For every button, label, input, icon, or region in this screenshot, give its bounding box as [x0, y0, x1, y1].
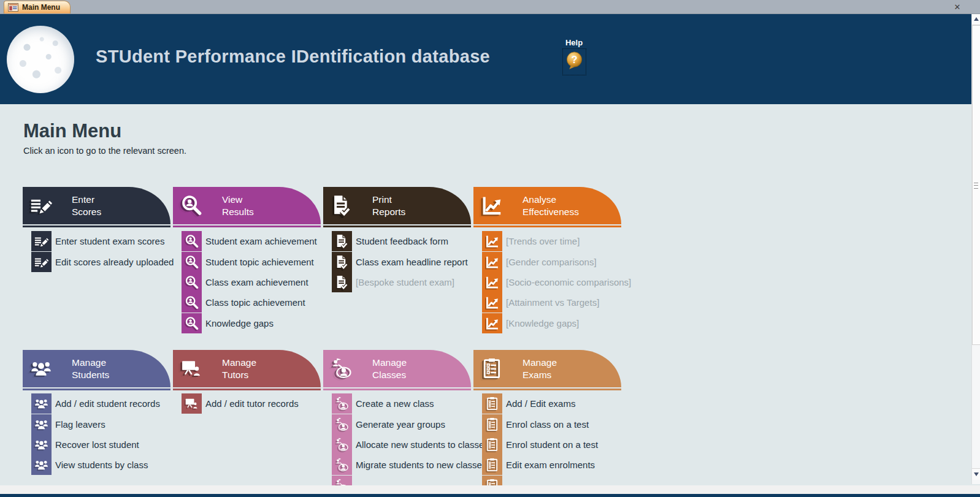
- menu-item[interactable]: View students by class: [31, 455, 160, 475]
- menu-item-label: Edit exam enrolments: [506, 460, 595, 470]
- class-hierarchy-icon: [332, 393, 352, 414]
- menu-item[interactable]: Add / Edit exams: [482, 393, 598, 414]
- app-header: STUdent Performance IDentification datab…: [0, 13, 971, 104]
- class-hierarchy-icon: [330, 357, 353, 380]
- menu-item[interactable]: Create a new class: [332, 393, 489, 414]
- group-title-line: Enter: [72, 194, 94, 204]
- menu-item[interactable]: Student topic achievement: [182, 251, 317, 271]
- help-question-icon[interactable]: ?: [565, 51, 584, 73]
- group-underline: [23, 389, 170, 390]
- group-title-line: Students: [72, 370, 109, 380]
- menu-item[interactable]: Migrate students to new classes: [332, 455, 489, 475]
- group-underline: [473, 389, 621, 390]
- menu-item[interactable]: [Socio-economic comparisons]: [482, 272, 631, 292]
- menu-item-label: Add / edit student records: [55, 398, 160, 409]
- menu-item-label: Edit scores already uploaded: [55, 257, 174, 267]
- menu-item-label: [Gender comparisons]: [506, 257, 597, 267]
- group-title: Analyse Effectiveness: [523, 193, 579, 218]
- people-group-icon: [31, 414, 52, 434]
- document-check-icon: [332, 252, 352, 272]
- document-edit-icon: [31, 231, 52, 251]
- logo-image: [7, 26, 74, 93]
- group-title: Enter Scores: [72, 193, 101, 218]
- menu-item-label: View students by class: [55, 460, 148, 470]
- menu-item-label: Enrol student on a test: [506, 439, 598, 450]
- menu-item[interactable]: Generate year groups: [332, 414, 489, 434]
- triangle-up-icon: [974, 17, 979, 21]
- class-hierarchy-icon: [332, 414, 352, 434]
- group-header-manage-exams[interactable]: Manage Exams: [473, 350, 621, 387]
- menu-item[interactable]: Enter student exam scores: [31, 231, 174, 251]
- menu-item[interactable]: Flag leavers: [31, 414, 160, 434]
- line-chart-icon: [482, 292, 502, 313]
- menu-item-label: Class topic achievement: [205, 297, 305, 308]
- menu-item[interactable]: Class exam achievement: [182, 272, 317, 292]
- menu-item[interactable]: Recover lost student: [31, 434, 160, 455]
- menu-item[interactable]: [Knowledge gaps]: [482, 313, 631, 333]
- group-title: Manage Students: [72, 356, 109, 381]
- menu-item[interactable]: Student feedback form: [332, 231, 468, 251]
- line-chart-icon: [482, 231, 502, 251]
- group-header-manage-tutors[interactable]: Manage Tutors: [173, 350, 321, 387]
- scrollbar-thumb[interactable]: [972, 25, 980, 345]
- group-header-view-results[interactable]: View Results: [173, 187, 321, 224]
- vertical-scrollbar[interactable]: [971, 13, 980, 484]
- group-title-line: Manage: [72, 357, 106, 367]
- menu-item-label: [Attainment vs Targets]: [506, 297, 599, 308]
- group-header-manage-classes[interactable]: Manage Classes: [323, 350, 471, 387]
- menu-item-label: Student exam achievement: [205, 236, 317, 246]
- menu-item[interactable]: Add / edit student records: [31, 393, 160, 414]
- menu-item[interactable]: [Bespoke student exam]: [332, 272, 468, 292]
- menu-item-label: Add / Edit exams: [506, 398, 575, 409]
- menu-item[interactable]: Edit exam enrolments: [482, 455, 598, 475]
- menu-item[interactable]: Class exam headline report: [332, 251, 468, 271]
- menu-item-label: Student feedback form: [356, 236, 448, 246]
- line-chart-icon: [480, 194, 503, 217]
- group-header-analyse-effectiveness[interactable]: Analyse Effectiveness: [473, 187, 621, 224]
- menu-item[interactable]: [Gender comparisons]: [482, 251, 631, 271]
- people-group-icon: [31, 434, 52, 455]
- menu-item-label: Enter student exam scores: [55, 236, 164, 246]
- tab-label: Main Menu: [22, 3, 60, 12]
- search-person-icon: [182, 272, 202, 292]
- tab-main-menu[interactable]: Main Menu: [4, 1, 71, 13]
- clipboard-checklist-icon: [480, 357, 503, 380]
- group-underline: [173, 226, 321, 227]
- line-chart-icon: [482, 313, 502, 333]
- menu-item-label: Generate year groups: [356, 419, 445, 430]
- menu-item-label: [Socio-economic comparisons]: [506, 277, 631, 287]
- group-header-print-reports[interactable]: Print Reports: [323, 187, 471, 224]
- menu-item[interactable]: Enrol class on a test: [482, 414, 598, 434]
- menu-item[interactable]: [Attainment vs Targets]: [482, 292, 631, 313]
- group-title-line: Exams: [523, 370, 551, 380]
- menu-item[interactable]: Edit scores already uploaded: [31, 251, 174, 271]
- menu-item[interactable]: Student exam achievement: [182, 231, 317, 251]
- menu-item[interactable]: Enrol student on a test: [482, 434, 598, 455]
- menu-item[interactable]: Add / edit tutor records: [182, 393, 299, 414]
- menu-item-label: Class exam achievement: [205, 277, 308, 287]
- people-group-icon: [31, 455, 52, 475]
- group-title-line: Manage: [222, 357, 256, 367]
- scroll-up-button[interactable]: [972, 13, 980, 25]
- help-button[interactable]: Help ?: [555, 38, 593, 73]
- people-group-icon: [29, 357, 53, 380]
- close-tab-button[interactable]: ✕: [952, 1, 963, 12]
- menu-item-label: Knowledge gaps: [205, 318, 274, 328]
- menu-item-label: Create a new class: [356, 398, 434, 409]
- group-title: Print Reports: [372, 193, 405, 218]
- menu-item[interactable]: Class topic achievement: [182, 292, 317, 313]
- grip-lines-icon: [974, 183, 978, 189]
- triangle-down-icon: [974, 472, 979, 476]
- scroll-down-button[interactable]: [972, 468, 980, 480]
- group-title-line: Scores: [72, 207, 101, 217]
- menu-item[interactable]: Knowledge gaps: [182, 313, 317, 333]
- group-title-line: Effectiveness: [523, 207, 579, 217]
- group-header-enter-scores[interactable]: Enter Scores: [23, 187, 170, 224]
- svg-text:?: ?: [571, 54, 577, 65]
- menu-item-label: Migrate students to new classes: [356, 460, 486, 470]
- class-hierarchy-icon: [332, 434, 352, 455]
- group-header-manage-students[interactable]: Manage Students: [23, 350, 170, 387]
- menu-item[interactable]: Allocate new students to classes: [332, 434, 489, 455]
- menu-item[interactable]: [Trends over time]: [482, 231, 631, 251]
- group-underline: [23, 226, 170, 227]
